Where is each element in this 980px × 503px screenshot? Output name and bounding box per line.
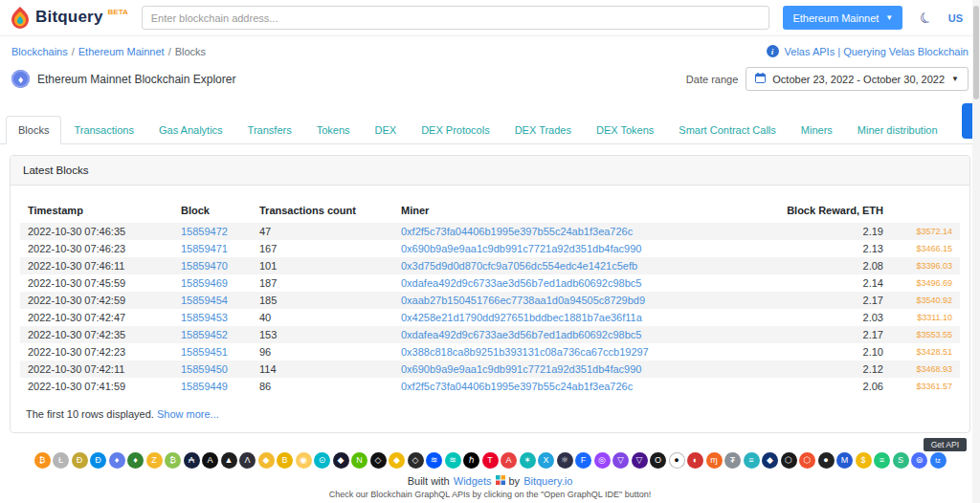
block-link[interactable]: 15859454	[181, 295, 228, 306]
eos-icon[interactable]: ◇	[370, 452, 387, 469]
tab-dex[interactable]: DEX	[363, 116, 410, 144]
search-input[interactable]	[142, 6, 770, 30]
miner-link[interactable]: 0xf2f5c73fa04406b1995e397b55c24ab1f3ea72…	[401, 381, 633, 392]
cronos-icon[interactable]: ◆	[762, 452, 778, 469]
block-link[interactable]: 15859450	[181, 363, 228, 375]
scrollbar-thumb[interactable]	[973, 6, 979, 99]
avalanche-dark-icon[interactable]: ▲	[221, 452, 237, 469]
dark-mode-toggle-icon[interactable]: ☾	[917, 8, 936, 29]
aion-icon[interactable]: Λ	[239, 452, 256, 469]
tx-count-cell: 167	[252, 240, 393, 257]
language-selector[interactable]: US	[948, 12, 963, 24]
block-link[interactable]: 15859451	[181, 346, 228, 358]
icon-icon[interactable]: ⊙	[314, 452, 330, 469]
bnb-dex-icon[interactable]: ◆	[389, 452, 405, 469]
tab-gas-analytics[interactable]: Gas Analytics	[146, 116, 235, 144]
ethereum-classic-icon[interactable]: ♦	[127, 452, 144, 469]
vechain-icon[interactable]: ▽	[632, 452, 648, 469]
block-link[interactable]: 15859472	[181, 226, 228, 237]
breadcrumb-separator: /	[72, 46, 75, 57]
ethereum-icon[interactable]: ♦	[109, 452, 125, 469]
tezos-icon[interactable]: tz	[930, 452, 947, 469]
monero-icon[interactable]: ɱ	[706, 452, 723, 469]
bitcoin-sv-icon[interactable]: B	[277, 452, 293, 469]
miner-link[interactable]: 0x690b9a9e9aa1c9db991c7721a92d351db4fac9…	[401, 243, 641, 254]
cardano-icon[interactable]: ₳	[184, 452, 200, 469]
miner-link[interactable]: 0x3d75d9d0d870cfc9a7056dc554edc4e1421c5e…	[401, 260, 637, 272]
show-more-link[interactable]: Show more...	[157, 408, 219, 420]
miner-link[interactable]: 0x4258e21d1790dd927651bddbec1881b7ae36f1…	[401, 312, 642, 323]
miner-link[interactable]: 0x690b9a9e9aa1c9db991c7721a92d351db4fac9…	[401, 363, 641, 375]
tab-miners[interactable]: Miners	[789, 116, 845, 144]
everscale-icon[interactable]: ⬡	[781, 452, 797, 469]
bitquery-io-link[interactable]: Bitquery.io	[523, 475, 572, 487]
block-link[interactable]: 15859449	[181, 381, 228, 392]
ethereum-pow-icon[interactable]: ◇	[408, 452, 424, 469]
xrp-icon[interactable]: X	[538, 452, 554, 469]
tab-smart-contract-calls[interactable]: Smart Contract Calls	[666, 116, 788, 144]
hathor-icon[interactable]: ≡	[744, 452, 760, 469]
chiliz-icon[interactable]: ⬡	[799, 452, 815, 469]
breadcrumb-blockchains[interactable]: Blockchains	[11, 46, 68, 57]
miner-link[interactable]: 0x388c818ca8b9251b393131c08a736ca67ccb19…	[401, 346, 649, 358]
conflux-icon[interactable]: ◆	[333, 452, 349, 469]
bitcoin-icon[interactable]: ₿	[34, 452, 51, 469]
miner-link[interactable]: 0xdafea492d9c6733ae3d56b7ed1adb60692c98b…	[401, 277, 641, 289]
block-link[interactable]: 15859470	[181, 260, 228, 272]
miner-link[interactable]: 0xf2f5c73fa04406b1995e397b55c24ab1f3ea72…	[401, 226, 633, 237]
tab-tokens[interactable]: Tokens	[304, 116, 363, 144]
coti-icon[interactable]: ◐	[687, 452, 703, 469]
block-link[interactable]: 15859469	[181, 277, 228, 289]
miner-link[interactable]: 0xdafea492d9c6733ae3d56b7ed1adb60692c98b…	[401, 329, 641, 340]
binance-usd-icon[interactable]: $	[856, 452, 872, 469]
waves-icon[interactable]: ≋	[426, 452, 442, 469]
dash-icon[interactable]: Đ	[90, 452, 106, 469]
algorand-icon[interactable]: A	[202, 452, 218, 469]
date-range-picker[interactable]: October 23, 2022 - October 30, 2022 ▼	[746, 67, 969, 91]
hedera-icon[interactable]: ℏ	[463, 452, 479, 469]
tab-miner-distribution[interactable]: Miner distribution	[845, 116, 950, 144]
tron-icon[interactable]: T	[482, 452, 499, 469]
velas-apis-link[interactable]: i Velas APIs | Querying Velas Blockchain	[767, 45, 969, 57]
network-selector-button[interactable]: Ethereum Mainnet ▼	[783, 6, 902, 30]
tab-transactions[interactable]: Transactions	[61, 116, 146, 144]
widgets-link[interactable]: Widgets	[454, 475, 492, 487]
table-header-row: Timestamp Block Transactions count Miner…	[20, 199, 960, 223]
tab-transfers[interactable]: Transfers	[235, 116, 304, 144]
tab-dex-protocols[interactable]: DEX Protocols	[409, 116, 502, 144]
tab-blocks[interactable]: Blocks	[6, 116, 61, 144]
bitcoin-cash-icon[interactable]: ₿	[165, 452, 181, 469]
solana-icon[interactable]: ◎	[594, 452, 611, 469]
karbon-icon[interactable]: ●	[818, 452, 835, 469]
breadcrumb-ethereum-mainnet[interactable]: Ethereum Mainnet	[78, 46, 165, 57]
block-link[interactable]: 15859471	[181, 243, 228, 254]
reward-cell: 2.14	[663, 274, 891, 292]
fantom-icon[interactable]: F	[575, 452, 591, 469]
bitquery-logo[interactable]: Bitquery BETA	[10, 6, 128, 31]
block-link[interactable]: 15859453	[181, 312, 228, 323]
tab-dex-trades[interactable]: DEX Trades	[502, 116, 584, 144]
litecoin-icon[interactable]: Ł	[53, 452, 69, 469]
graph-icon[interactable]: ⊚	[911, 452, 927, 469]
binance-coin-icon[interactable]: ◆	[258, 452, 275, 469]
velas-icon[interactable]: ≋	[445, 452, 461, 469]
tether-icon[interactable]: ₮	[724, 452, 741, 469]
stacks-icon[interactable]: S	[893, 452, 909, 469]
cosmos-icon[interactable]: ⚛	[557, 452, 573, 469]
dogecoin-icon[interactable]: Ð	[72, 452, 88, 469]
block-link[interactable]: 15859452	[181, 329, 228, 340]
polygon-icon[interactable]: ▽	[612, 452, 629, 469]
zcash-icon[interactable]: Z	[146, 452, 163, 469]
elrond-icon[interactable]: ≡	[874, 452, 890, 469]
polkadot-icon[interactable]: ●	[669, 452, 685, 469]
tab-dex-tokens[interactable]: DEX Tokens	[584, 116, 666, 144]
moonbeam-icon[interactable]: M	[836, 452, 853, 469]
ontology-icon[interactable]: O	[650, 452, 666, 469]
stellar-icon[interactable]: ✶	[520, 452, 536, 469]
miner-link[interactable]: 0xaab27b150451766ec7738aa1d0a94505c8729b…	[401, 295, 645, 306]
get-api-button[interactable]: Get API	[924, 438, 967, 451]
avalanche-icon[interactable]: A	[501, 452, 517, 469]
scrollbar-track[interactable]	[972, 0, 980, 503]
celo-icon[interactable]: ◉	[296, 452, 312, 469]
neo-icon[interactable]: N	[351, 452, 368, 469]
